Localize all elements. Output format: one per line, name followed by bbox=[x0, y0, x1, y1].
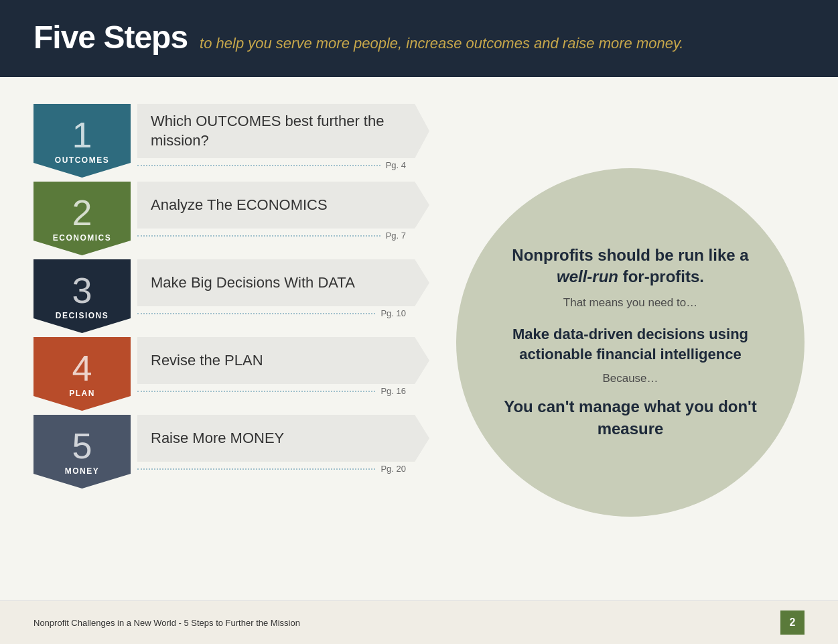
step-badge-1: 1 OUTCOMES bbox=[33, 104, 131, 178]
step-label-3: DECISIONS bbox=[56, 311, 109, 320]
main-content: 1 OUTCOMES Which OUTCOMES best further t… bbox=[0, 77, 838, 600]
circle-subtext-1: That means you need to… bbox=[563, 296, 697, 310]
circle-heading-2: Make data-driven decisions using actiona… bbox=[496, 324, 764, 364]
header-subtitle: to help you serve more people, increase … bbox=[200, 35, 683, 52]
step-wrapper-5: 5 MONEY Raise More MONEY Pg. 20 bbox=[33, 415, 429, 490]
circle-heading-3: You can't manage what you don't measure bbox=[496, 396, 764, 440]
step-badge-3: 3 DECISIONS bbox=[33, 259, 131, 333]
step-page-3: Pg. 10 bbox=[380, 308, 406, 318]
step-content-inner-5: Raise More MONEY bbox=[137, 415, 429, 462]
step-text-2: Analyze The ECONOMICS bbox=[151, 196, 328, 215]
page-title: Five Steps bbox=[33, 19, 188, 56]
step-number-5: 5 bbox=[72, 428, 92, 464]
step-page-1: Pg. 4 bbox=[386, 160, 406, 170]
circle-subtext-2: Because… bbox=[602, 372, 658, 385]
steps-section: 1 OUTCOMES Which OUTCOMES best further t… bbox=[33, 104, 429, 580]
step-text-1: Which OUTCOMES best further the mission? bbox=[151, 112, 416, 150]
step-label-4: PLAN bbox=[69, 389, 95, 398]
step-text-4: Revise the PLAN bbox=[151, 351, 263, 371]
circle-content: Nonprofits should be run like a well-run… bbox=[456, 168, 805, 517]
footer: Nonprofit Challenges in a New World - 5 … bbox=[0, 600, 838, 644]
step-badge-5: 5 MONEY bbox=[33, 415, 131, 489]
step-page-5: Pg. 20 bbox=[380, 464, 406, 474]
step-number-1: 1 bbox=[72, 117, 92, 153]
step-page-4: Pg. 16 bbox=[380, 386, 406, 396]
step-content-inner-3: Make Big Decisions With DATA bbox=[137, 259, 429, 306]
step-wrapper-2: 2 ECONOMICS Analyze The ECONOMICS Pg. 7 bbox=[33, 182, 429, 257]
footer-text: Nonprofit Challenges in a New World - 5 … bbox=[33, 618, 300, 628]
step-right-2: Analyze The ECONOMICS Pg. 7 bbox=[131, 182, 429, 255]
step-label-1: OUTCOMES bbox=[55, 155, 109, 165]
step-right-3: Make Big Decisions With DATA Pg. 10 bbox=[131, 259, 429, 333]
step-text-5: Raise More MONEY bbox=[151, 429, 284, 448]
circle-heading-1: Nonprofits should be run like a well-run… bbox=[496, 245, 764, 288]
step-right-1: Which OUTCOMES best further the mission?… bbox=[131, 104, 429, 178]
step-wrapper-1: 1 OUTCOMES Which OUTCOMES best further t… bbox=[33, 104, 429, 179]
header: Five Steps to help you serve more people… bbox=[0, 0, 838, 77]
footer-page-number: 2 bbox=[780, 610, 805, 635]
step-label-2: ECONOMICS bbox=[53, 233, 112, 243]
step-badge-4: 4 PLAN bbox=[33, 337, 131, 411]
step-text-3: Make Big Decisions With DATA bbox=[151, 273, 355, 293]
step-content-inner-4: Revise the PLAN bbox=[137, 337, 429, 384]
circle-section: Nonprofits should be run like a well-run… bbox=[456, 104, 805, 580]
step-wrapper-3: 3 DECISIONS Make Big Decisions With DATA… bbox=[33, 259, 429, 334]
step-number-3: 3 bbox=[72, 272, 92, 308]
step-wrapper-4: 4 PLAN Revise the PLAN Pg. 16 bbox=[33, 337, 429, 412]
step-content-inner-2: Analyze The ECONOMICS bbox=[137, 182, 429, 229]
step-label-5: MONEY bbox=[65, 466, 100, 476]
step-number-4: 4 bbox=[72, 350, 92, 386]
step-right-5: Raise More MONEY Pg. 20 bbox=[131, 415, 429, 489]
step-page-2: Pg. 7 bbox=[386, 231, 406, 241]
step-right-4: Revise the PLAN Pg. 16 bbox=[131, 337, 429, 411]
step-content-inner-1: Which OUTCOMES best further the mission? bbox=[137, 104, 429, 158]
step-badge-2: 2 ECONOMICS bbox=[33, 182, 131, 255]
step-number-2: 2 bbox=[72, 194, 92, 231]
